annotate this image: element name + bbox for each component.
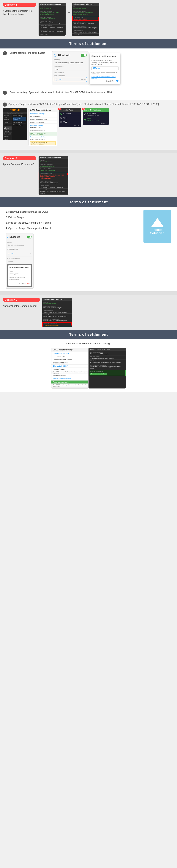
bt-pair-dialog-text: Unpair (9, 270, 30, 273)
pairing-dialog: Bluetooth pairing request PIN contains l… (90, 53, 120, 84)
step3-screenshots-row: TORQUE Engine Manager/Dashboard General … (3, 108, 174, 148)
steps2-item-2: 2. Exit the Torque (6, 215, 141, 219)
adapter-row-ver-1: Adapter Version The firmware version of … (39, 29, 66, 33)
bt-toggle[interactable] (81, 54, 87, 57)
bt-device-1[interactable]: 小木手机Auto [34:80:B3:04:5E:58] (83, 112, 109, 117)
torque-menu-data-log[interactable]: Data Log (4, 130, 11, 133)
obd2-faster-bt-device[interactable]: Bluetooth Device (51, 374, 88, 377)
bt-pair-dialog-allow: Allow this device to view all bluetooth … (9, 276, 30, 281)
bt-obd-name: OBD (10, 252, 14, 255)
faster-mpg-row: Enhanced MPG Calculation Whether the OBD… (89, 364, 126, 370)
section-divider-2 (0, 291, 177, 295)
bt-unpair-icon: ⬡ (7, 235, 9, 240)
obd2-settings-screen: OBD2 Adapter Settings Connection setting… (28, 108, 57, 146)
pairing-dialog-title: Bluetooth pairing request (92, 55, 119, 58)
conn-choice-bt[interactable]: Bluetooth (59, 112, 81, 116)
torque-menu-obd-settings[interactable]: OBD Adapter (4, 126, 11, 130)
q3-error-badge: ! (71, 323, 72, 326)
bt-pair-dialog-actions: CANCEL OK (9, 282, 30, 285)
bt-icon: ⬡ (54, 53, 57, 57)
torque-right-item-obd[interactable]: OBD Adapter Settings (13, 117, 26, 121)
terms3-screenshots: OBD2 Adapter Settings Connection setting… (6, 348, 171, 389)
adapter-card-q3-header: Adapter Status Information (42, 298, 72, 301)
bt-paired-devices-label: PAIRED DEVICES (7, 248, 32, 250)
obd2-bt-onoff[interactable]: Bluetooth On/Off (29, 126, 57, 129)
obd-bt-icon: ⬡ (55, 78, 57, 81)
torque-right-item-1: Torque Settings (13, 115, 26, 117)
conn-choice-cancel[interactable]: CANCEL (59, 124, 81, 127)
adapter-row-bt-1: Bluetooth Bluetooth Enabled (39, 6, 66, 10)
obd2-faster-bt-note: If you'll BT was already off, this turns… (51, 371, 88, 374)
obd2-faster-bt-section: Bluetooth OBD/BP (51, 365, 88, 368)
torque-menu-plugins[interactable]: Plugins (4, 121, 11, 124)
obd2-faster-faster-row[interactable]: Faster communication (51, 380, 88, 384)
adapter-card-q3: Adapter Status Information Bluetooth Blu… (42, 298, 72, 327)
adapter-row-notes-2: Adapter Notes (72, 34, 99, 36)
torque-logo: TORQUE (10, 109, 20, 112)
bt-searching: Scanning... (7, 260, 32, 264)
obd2-faster-comm[interactable]: Faster communication (29, 138, 57, 141)
adapter-row-ecu-1: Connection to ECU Connection established (39, 16, 66, 20)
torque-menu-units[interactable]: Units (4, 124, 11, 126)
obd2-step-badge: 1 (53, 388, 55, 389)
torque-menu-general[interactable]: General Prefs (4, 115, 11, 118)
bt-select-header: Paired Bluetooth device (83, 108, 109, 112)
obd2-choose-bt[interactable]: Choose Bluetooth Device (29, 118, 57, 121)
pairing-text3: Allow OBD to access the contacts and cal… (92, 71, 119, 75)
step3-number: 3 (3, 102, 7, 106)
torque-menu-themes[interactable]: Themes (4, 119, 11, 121)
visibility-label: Visibility (54, 59, 87, 61)
bt-device-2-name: OBDII [AA:BB:CC:11:22:33] (87, 118, 99, 121)
q3-row-mfr: Adapter Manufacturer This made the OBD a… (42, 305, 72, 309)
bt-pair-dialog-cancel[interactable]: CANCEL (19, 282, 26, 285)
obd2-faster-bt-onoff[interactable]: Bluetooth On/Off (51, 368, 88, 371)
pairing-cancel-btn[interactable]: CANCEL (106, 80, 114, 82)
faster-notes-row: Adapter Notes Additional information abo… (89, 360, 126, 364)
adapter-card-1: Adapter Status Information Bluetooth Blu… (39, 3, 66, 36)
bt-unpair-screen: ⬡ Bluetooth Sensors Currently not pairin… (6, 233, 33, 289)
adapter-row-mfr-1: Adapter Manufacturer The firmware versio… (39, 25, 66, 29)
torque-menu-speech[interactable]: Speech (4, 135, 11, 138)
obd2-settings-header: OBD2 Adapter Settings (29, 108, 57, 112)
conn-choice-wifi[interactable]: WiFi (59, 116, 81, 120)
bt-select-cancel[interactable]: CANCEL (83, 122, 109, 125)
q3-row-ver: Adapter Version The firmware version of … (42, 309, 72, 314)
terms-header-3: Terms of settlement (0, 330, 177, 339)
steps2-section: 1. open your bluetooth,unpair the OBDII.… (0, 207, 177, 291)
obd2-faster-choose-bt[interactable]: Choose Bluetooth Device (51, 358, 88, 362)
bt-unpair-header: ⬡ Bluetooth (7, 235, 32, 240)
torque-menu-alarms[interactable]: Alarms (4, 138, 11, 140)
pairing-ok-btn[interactable]: OK (116, 80, 119, 82)
torque-menu-dash[interactable]: Dash Install (4, 133, 11, 135)
obd2-choose-wifi[interactable]: Choose WIFI Device (29, 121, 57, 124)
conn-bt-label: Bluetooth (64, 113, 71, 115)
adapter-row-notes-1: Adapter Notes (39, 33, 66, 36)
step1-number: 1 (3, 51, 7, 55)
pairing-link[interactable]: Can't find the target device? See possib… (92, 76, 119, 79)
bt-device-1-name: 小木手机Auto [34:80:B3:04:5E:58] (87, 113, 99, 116)
bt-pair-dialog-ok[interactable]: OK (27, 282, 30, 285)
repeat-solution-label: Repeat Solution 1 (149, 228, 166, 235)
bt-pair-dialog-inner: Paired Bluetooth device Unpair Currently… (8, 265, 31, 286)
pairing-pin-input[interactable]: 1234 ⚠ (92, 66, 119, 70)
conn-wifi-radio (60, 117, 62, 119)
obd2-connection-type[interactable]: Connection Type (29, 115, 57, 118)
obd2-bt-section: Bluetooth OBD/BP (29, 124, 57, 126)
bt-obd-paired: ⚙ (30, 253, 31, 255)
bt-unpair-obd-row[interactable]: ⬡ OBD ⚙ (7, 251, 32, 257)
obd2-faster-faster-note: Only if BT 8 was already off, this turns… (51, 384, 88, 388)
faster-mfr-row: Adapter Manufacturer This made the OBD a… (89, 351, 126, 355)
conn-choice-usb[interactable]: USB (59, 120, 81, 124)
obd-device-row[interactable]: ⬡ OBD Paired (54, 77, 87, 82)
section-question2: Question 2 Appear "Adapter Error count" … (0, 153, 177, 197)
steps2-list: 1. open your bluetooth,unpair the OBDII.… (6, 210, 141, 288)
steps2-screenshots: ⬡ Bluetooth Sensors Currently not pairin… (6, 233, 141, 289)
step2-text: Open the 'setting' of your android,and s… (10, 91, 112, 94)
torque-right-content: Torque Settings OBD Adapter Settings Spe… (12, 114, 27, 140)
steps2-item-1: 1. open your bluetooth,unpair the OBDII. (6, 210, 141, 214)
bt-device-2[interactable]: OBDII [AA:BB:CC:11:22:33] (83, 117, 109, 122)
obd2-faster-choose-wifi[interactable]: Choose WIFI Device (51, 362, 88, 365)
bt-unpair-toggle[interactable] (27, 236, 32, 239)
obd2-faster-conn-type[interactable]: Connection Type (51, 355, 88, 358)
terms3-section: Choose faster communication in "setting"… (0, 339, 177, 392)
